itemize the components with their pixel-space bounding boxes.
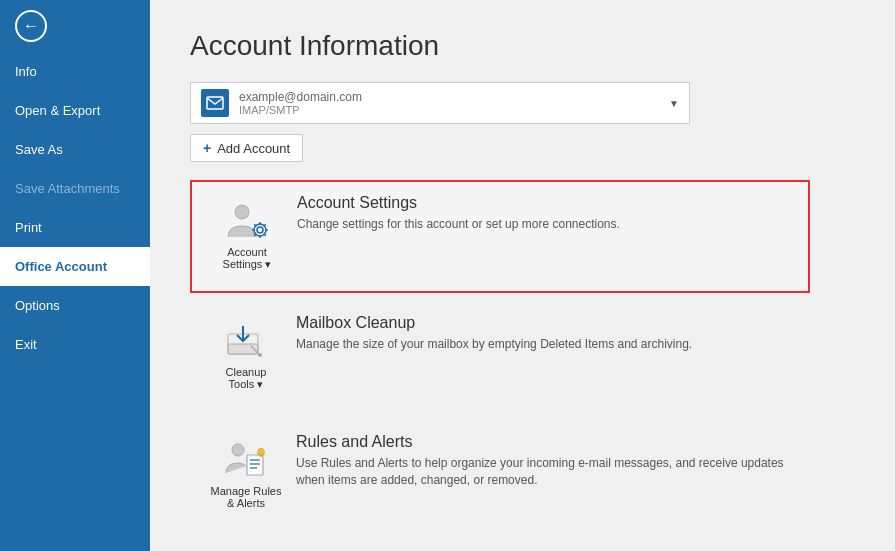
account-type-icon (201, 89, 229, 117)
mailbox-cleanup-desc: Manage the size of your mailbox by empty… (296, 336, 794, 353)
svg-point-22 (260, 455, 262, 457)
account-settings-icon-label: AccountSettings ▾ (223, 246, 272, 271)
email-icon (206, 94, 224, 112)
cleanup-icon-area: CleanupTools ▾ (206, 314, 286, 399)
back-button[interactable]: ← (0, 0, 150, 52)
rules-icon (223, 441, 269, 481)
account-settings-icon-box (223, 202, 271, 242)
mailbox-cleanup-title: Mailbox Cleanup (296, 314, 794, 332)
back-icon: ← (15, 10, 47, 42)
svg-point-17 (232, 444, 244, 456)
account-settings-desc: Change settings for this account or set … (297, 216, 793, 233)
add-account-button[interactable]: + Add Account (190, 134, 303, 162)
account-selector[interactable]: example@domain.com IMAP/SMTP ▼ (190, 82, 690, 124)
cleanup-icon-label: CleanupTools ▾ (226, 366, 267, 391)
sidebar-item-save-attachments: Save Attachments (0, 169, 150, 208)
page-title: Account Information (190, 30, 855, 62)
dropdown-arrow-icon: ▼ (669, 98, 679, 109)
rules-alerts-title: Rules and Alerts (296, 433, 794, 451)
sidebar-item-open-export[interactable]: Open & Export (0, 91, 150, 130)
mailbox-cleanup-card[interactable]: CleanupTools ▾ Mailbox Cleanup Manage th… (190, 301, 810, 412)
account-settings-card[interactable]: AccountSettings ▾ Account Settings Chang… (190, 180, 810, 293)
sidebar-item-exit[interactable]: Exit (0, 325, 150, 364)
svg-point-1 (235, 205, 249, 219)
rules-alerts-card[interactable]: Manage Rules& Alerts Rules and Alerts Us… (190, 420, 810, 530)
svg-point-3 (257, 227, 263, 233)
account-email: example@domain.com (239, 90, 661, 104)
account-settings-icon (224, 202, 270, 242)
cleanup-icon-box (222, 322, 270, 362)
rules-alerts-content: Rules and Alerts Use Rules and Alerts to… (286, 433, 794, 489)
sidebar-item-office-account[interactable]: Office Account (0, 247, 150, 286)
account-type: IMAP/SMTP (239, 104, 661, 116)
sidebar: ← Info Open & Export Save As Save Attach… (0, 0, 150, 551)
svg-rect-18 (247, 455, 263, 475)
sidebar-item-print[interactable]: Print (0, 208, 150, 247)
account-settings-content: Account Settings Change settings for thi… (287, 194, 793, 233)
mailbox-cleanup-content: Mailbox Cleanup Manage the size of your … (286, 314, 794, 353)
add-account-label: Add Account (217, 141, 290, 156)
rules-icon-area: Manage Rules& Alerts (206, 433, 286, 517)
account-text: example@domain.com IMAP/SMTP (239, 90, 661, 116)
sidebar-item-save-as[interactable]: Save As (0, 130, 150, 169)
account-settings-title: Account Settings (297, 194, 793, 212)
svg-rect-0 (207, 97, 223, 109)
add-icon: + (203, 140, 211, 156)
sidebar-item-options[interactable]: Options (0, 286, 150, 325)
rules-alerts-desc: Use Rules and Alerts to help organize yo… (296, 455, 794, 489)
main-content: Account Information example@domain.com I… (150, 0, 895, 551)
account-settings-icon-area: AccountSettings ▾ (207, 194, 287, 279)
rules-icon-label: Manage Rules& Alerts (211, 485, 282, 509)
svg-point-16 (258, 353, 262, 357)
sidebar-item-info[interactable]: Info (0, 52, 150, 91)
cleanup-icon (223, 322, 269, 362)
rules-icon-box (222, 441, 270, 481)
